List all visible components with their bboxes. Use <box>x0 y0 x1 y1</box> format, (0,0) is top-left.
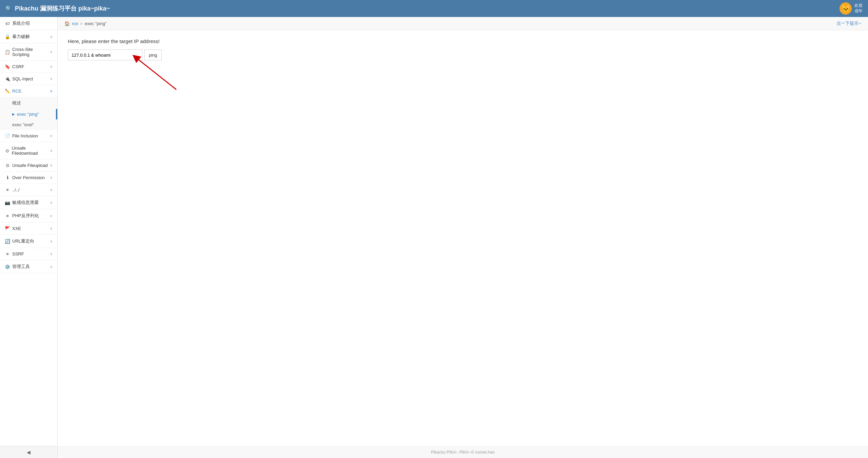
sidebar-label-over-permission: Over Permission <box>12 175 45 180</box>
rce-ping-label: exec "ping" <box>17 112 39 117</box>
chevron-up-icon: ∧ <box>50 89 53 93</box>
info-icon: ℹ <box>5 175 10 180</box>
sidebar-label-unsafe-upload: Unsafe Fileupload <box>12 163 48 168</box>
sidebar-collapse-button[interactable]: ◀ <box>0 446 57 458</box>
footer: Pikachu PIKA~ PIKA~© runner.han <box>58 446 868 458</box>
sidebar-item-sql[interactable]: 🔌 SQL-Inject ∨ <box>0 73 57 85</box>
tag-icon: 🏷 <box>5 21 10 26</box>
user-greeting: 欢迎 成年 <box>854 3 863 14</box>
svg-line-1 <box>136 57 176 90</box>
lock-icon: 🔒 <box>5 34 10 39</box>
rce-overview-label: 概述 <box>12 100 21 106</box>
breadcrumb-rce-link[interactable]: rce <box>72 21 78 26</box>
chevron-down-icon: ∨ <box>50 77 53 81</box>
chevron-down-icon: ∨ <box>50 50 53 54</box>
collapse-icon: ◀ <box>27 450 31 455</box>
app-title: Pikachu 漏洞练习平台 pika~pika~ <box>15 4 110 13</box>
chevron-down-icon: ∨ <box>50 201 53 205</box>
sidebar-label-ssrf: SSRF <box>12 251 24 256</box>
sidebar-item-dotdot[interactable]: ≡ ../../ ∨ <box>0 184 57 196</box>
sidebar-item-xxe[interactable]: 🚩 XXE ∨ <box>0 223 57 235</box>
sidebar-subitem-rce-ping[interactable]: ▶ exec "ping" <box>0 109 57 119</box>
chevron-down-icon: ∨ <box>50 163 53 168</box>
sidebar-label-file-inclusion: File Inclusion <box>12 133 38 138</box>
rce-submenu: 概述 ▶ exec "ping" exec "evel" <box>0 97 57 130</box>
sidebar-item-unsafe-download[interactable]: ⊙ Unsafe Filedownload ∨ <box>0 142 57 159</box>
chevron-down-icon: ∨ <box>50 35 53 39</box>
sidebar-item-xss[interactable]: 📋 Cross-Site Scripting ∨ <box>0 43 57 61</box>
ping-button[interactable]: ping <box>144 50 162 60</box>
sidebar-label-url-redirect: URL重定向 <box>12 238 34 244</box>
chevron-down-icon: ∨ <box>50 252 53 256</box>
sidebar-label-php-serial: PHP反序列化 <box>12 213 39 219</box>
sidebar-label-brute: 暴力破解 <box>12 34 30 40</box>
list3-icon: ≡ <box>5 251 10 256</box>
chevron-down-icon: ∨ <box>50 265 53 269</box>
footer-text: Pikachu PIKA~ PIKA~© runner.han <box>431 450 495 455</box>
sidebar-label-sensitive: 敏感信息泄露 <box>12 199 39 206</box>
sidebar-item-brute[interactable]: 🔒 暴力破解 ∨ <box>0 30 57 43</box>
sidebar-label-admin: 管理工具 <box>12 264 30 270</box>
refresh-icon: 🔄 <box>5 239 10 244</box>
sidebar-subitem-rce-overview[interactable]: 概述 <box>0 97 57 109</box>
chevron-down-icon: ∨ <box>50 226 53 231</box>
sidebar-item-file-inclusion[interactable]: 📄 File Inclusion ∨ <box>0 130 57 142</box>
header-user-group: 🐱 欢迎 成年 <box>840 2 863 15</box>
chevron-down-icon: ∨ <box>50 214 53 218</box>
gear-icon: ⚙️ <box>5 264 10 269</box>
sidebar-label-sql: SQL-Inject <box>12 76 33 81</box>
active-arrow-icon: ▶ <box>12 112 15 116</box>
sidebar-item-url-redirect[interactable]: 🔄 URL重定向 ∨ <box>0 235 57 248</box>
bookmark-icon: 🔖 <box>5 64 10 69</box>
ip-input[interactable] <box>68 50 142 60</box>
list2-icon: ≡ <box>5 213 10 218</box>
breadcrumb-home-icon[interactable]: 🏠 <box>64 21 70 26</box>
pencil-icon: ✏️ <box>5 89 10 94</box>
sidebar-item-csrf[interactable]: 🔖 CSRF ∨ <box>0 61 57 73</box>
breadcrumb-current-page: exec "ping" <box>85 21 107 26</box>
breadcrumb-separator: > <box>80 21 83 26</box>
file-icon: 📄 <box>5 133 10 138</box>
chevron-down-icon: ∨ <box>50 188 53 192</box>
sidebar-label-sys-intro: 系统介绍 <box>12 20 30 26</box>
rce-eval-label: exec "evel" <box>12 122 34 127</box>
main-area: 🏠 rce > exec "ping" 点一下提示~ Here, please … <box>58 17 868 458</box>
sidebar-item-sensitive[interactable]: 📷 敏感信息泄露 ∨ <box>0 196 57 209</box>
content-area: Here, please enter the target IP address… <box>58 30 868 446</box>
sidebar-item-over-permission[interactable]: ℹ Over Permission ∨ <box>0 172 57 184</box>
plug-icon: 🔌 <box>5 76 10 81</box>
sidebar-label-dotdot: ../../ <box>12 187 20 192</box>
chevron-down-icon: ∨ <box>50 175 53 180</box>
chevron-down-icon: ∨ <box>50 149 53 153</box>
sidebar-item-admin[interactable]: ⚙️ 管理工具 ∨ <box>0 260 57 273</box>
flag-icon: 🚩 <box>5 226 10 231</box>
header: 🔍 Pikachu 漏洞练习平台 pika~pika~ 🐱 欢迎 成年 <box>0 0 868 17</box>
sidebar-item-sys-intro[interactable]: 🏷 系统介绍 <box>0 17 57 30</box>
list-icon: ≡ <box>5 187 10 192</box>
chevron-down-icon: ∨ <box>50 134 53 138</box>
main-layout: 🏷 系统介绍 🔒 暴力破解 ∨ 📋 Cross-Site Scripting ∨… <box>0 17 868 458</box>
sidebar-item-unsafe-upload[interactable]: ⊙ Unsafe Fileupload ∨ <box>0 159 57 172</box>
sidebar: 🏷 系统介绍 🔒 暴力破解 ∨ 📋 Cross-Site Scripting ∨… <box>0 17 58 458</box>
search-icon: 🔍 <box>5 5 12 12</box>
sidebar-label-xss: Cross-Site Scripting <box>12 47 50 57</box>
circle2-icon: ⊙ <box>5 163 10 168</box>
sidebar-item-ssrf[interactable]: ≡ SSRF ∨ <box>0 248 57 260</box>
avatar: 🐱 <box>840 2 852 15</box>
chevron-down-icon: ∨ <box>50 239 53 244</box>
input-row: ping <box>68 50 858 60</box>
active-bar <box>56 109 57 119</box>
sidebar-label-rce: RCE <box>12 89 21 94</box>
clipboard-icon: 📋 <box>5 50 10 55</box>
chevron-down-icon: ∨ <box>50 64 53 69</box>
camera-icon: 📷 <box>5 200 10 205</box>
content-instruction: Here, please enter the target IP address… <box>68 38 858 44</box>
sidebar-label-unsafe-download: Unsafe Filedownload <box>12 146 50 156</box>
sidebar-item-php-serial[interactable]: ≡ PHP反序列化 ∨ <box>0 209 57 223</box>
sidebar-subitem-rce-eval[interactable]: exec "evel" <box>0 119 57 130</box>
hint-link[interactable]: 点一下提示~ <box>836 20 861 26</box>
sidebar-label-csrf: CSRF <box>12 64 24 69</box>
circle-icon: ⊙ <box>5 148 10 153</box>
sidebar-item-rce[interactable]: ✏️ RCE ∧ <box>0 85 57 97</box>
header-title-group: 🔍 Pikachu 漏洞练习平台 pika~pika~ <box>5 4 110 13</box>
